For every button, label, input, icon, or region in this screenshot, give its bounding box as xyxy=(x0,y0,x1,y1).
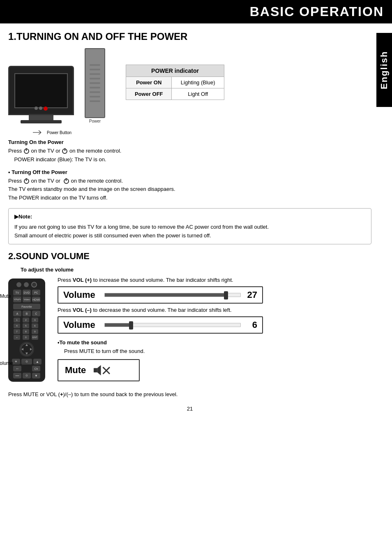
power-button-label: Power Button xyxy=(47,130,71,135)
language-tab: English xyxy=(376,33,392,107)
power-button-arrow xyxy=(33,128,45,137)
tv-illustration: Power Button Power xyxy=(8,48,105,123)
tv-front-image xyxy=(8,66,74,115)
remote-illustration: Mute Volume TV DVD PC xyxy=(8,278,45,382)
volume-controls-area: Press VOL (+) to increase the sound volu… xyxy=(58,274,371,385)
vol-low-description: Press VOL (–) to decrease the sound volu… xyxy=(58,307,371,313)
power-indicator-title: POWER indicator xyxy=(126,65,224,77)
svg-line-2 xyxy=(39,132,41,135)
volume-fill-high xyxy=(105,293,224,297)
section2-heading: 2.SOUND VOLUME xyxy=(8,251,371,262)
volume-fill-low xyxy=(105,323,129,327)
vol-high-description: Press VOL (+) to increase the sound volu… xyxy=(58,277,371,283)
turning-off-text3: The POWER indicator on the TV turns off. xyxy=(8,194,371,202)
section1-heading: 1.TURNING ON AND OFF THE POWER xyxy=(8,31,371,42)
volume-label-low: Volume xyxy=(63,320,100,330)
volume-number-high: 27 xyxy=(245,290,257,300)
note-box: ▶Note: If you are not going to use this … xyxy=(8,208,371,244)
note-heading: ▶Note: xyxy=(14,213,365,221)
svg-rect-10 xyxy=(94,368,97,372)
turning-on-text1: Press on the TV or on the remote control… xyxy=(8,147,371,155)
volume-bar-low: Volume 6 xyxy=(58,316,263,334)
volume-label-high: Volume xyxy=(63,290,100,300)
bottom-note: Press MUTE or VOL (+)/(–) to turn the so… xyxy=(8,391,371,397)
note-line1: If you are not going to use this TV for … xyxy=(14,223,365,232)
mute-instruction: Press MUTE to turn off the sound. xyxy=(64,347,371,356)
nav-circle xyxy=(20,343,33,356)
mute-icon xyxy=(92,363,111,377)
power-off-label: Power OFF xyxy=(126,88,172,100)
volume-thumb-high xyxy=(224,291,228,299)
turning-off-text2: The TV enters standby mode and the image… xyxy=(8,185,371,194)
power-on-value: Lighting (Blue) xyxy=(172,77,224,88)
volume-track-high xyxy=(104,293,241,297)
volume-bar-high: Volume 27 xyxy=(58,286,263,304)
power-off-value: Light Off xyxy=(172,88,224,100)
adjust-volume-heading: To adjust the volume xyxy=(21,267,371,273)
volume-number-low: 6 xyxy=(245,320,257,330)
svg-line-1 xyxy=(39,130,41,132)
mute-label: Mute xyxy=(65,365,86,376)
volume-remote-label: Volume xyxy=(0,360,27,366)
mute-heading: •To mute the sound xyxy=(58,339,371,346)
note-line2: Small amount of electric power is still … xyxy=(14,232,365,240)
turning-on-text2: POWER indicator (Blue): The TV is on. xyxy=(8,155,371,164)
turning-off-text1: Press on the TV or on the remote control… xyxy=(8,177,371,186)
power-indicator-table: POWER indicator Power ON Lighting (Blue)… xyxy=(126,65,224,100)
power-label: Power xyxy=(89,119,101,123)
mute-box: Mute xyxy=(58,359,140,381)
volume-track-low xyxy=(104,323,241,327)
page-title: BASIC OPERATION xyxy=(0,0,392,23)
power-on-label: Power ON xyxy=(126,77,172,88)
volume-thumb-low xyxy=(129,321,133,330)
turning-off-heading: • Turning Off the Power xyxy=(8,169,371,175)
tv-side-image xyxy=(85,48,105,118)
mute-remote-label: Mute xyxy=(0,293,25,299)
turning-on-heading: Turning On the Power xyxy=(8,139,371,145)
page-number: 21 xyxy=(8,406,371,412)
